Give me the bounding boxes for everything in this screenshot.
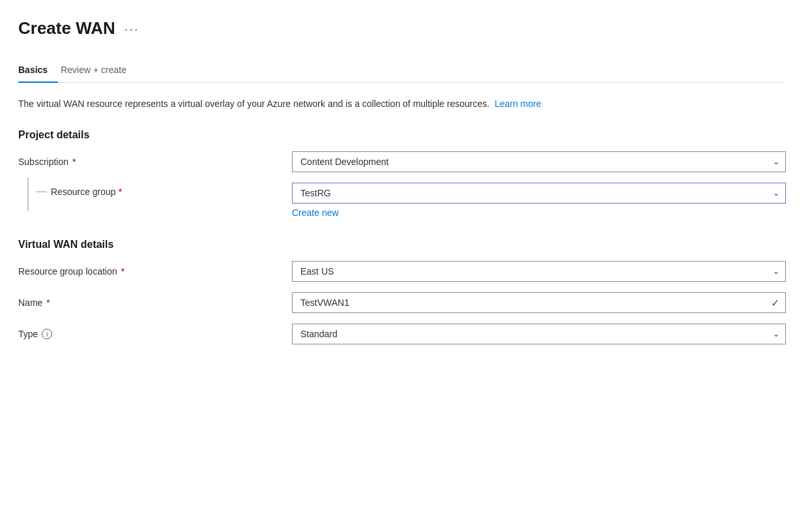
subscription-label: Subscription [18, 157, 68, 167]
page-header: Create WAN ··· [18, 18, 786, 38]
resource-group-label: Resource group [51, 187, 116, 197]
subscription-row: Subscription * Content Development ⌄ [18, 151, 786, 172]
subscription-select-wrapper: Content Development ⌄ [292, 151, 786, 172]
resource-group-required-star: * [119, 187, 122, 197]
subscription-control: Content Development ⌄ [292, 151, 786, 172]
page-title: Create WAN [18, 18, 115, 38]
location-control: East US ⌄ [292, 261, 786, 282]
subscription-select[interactable]: Content Development [292, 151, 786, 172]
description-text: The virtual WAN resource represents a vi… [18, 97, 735, 111]
tab-review-create[interactable]: Review + create [58, 59, 137, 83]
virtual-wan-details-title: Virtual WAN details [18, 239, 786, 250]
name-control: ✓ [292, 292, 786, 313]
type-row: Type i Standard Basic ⌄ [18, 324, 786, 344]
location-select-wrapper: East US ⌄ [292, 261, 786, 282]
project-details-section: Project details Subscription * Content D… [18, 129, 786, 218]
location-label: Resource group location [18, 266, 117, 277]
tab-basics[interactable]: Basics [18, 59, 58, 83]
name-required-star: * [46, 297, 50, 308]
tabs-container: Basics Review + create [18, 59, 786, 83]
virtual-wan-details-section: Virtual WAN details Resource group locat… [18, 239, 786, 344]
type-select-wrapper: Standard Basic ⌄ [292, 324, 786, 344]
project-details-title: Project details [18, 129, 786, 141]
resource-group-select-wrapper: TestRG ⌄ [292, 183, 786, 204]
name-label: Name [18, 297, 42, 308]
type-select[interactable]: Standard Basic [292, 324, 786, 344]
create-new-link[interactable]: Create new [292, 207, 786, 218]
more-options-button[interactable]: ··· [124, 22, 139, 35]
location-select[interactable]: East US [292, 261, 786, 282]
location-row: Resource group location * East US ⌄ [18, 261, 786, 282]
type-label: Type [18, 329, 38, 339]
name-input[interactable] [292, 292, 786, 313]
name-row: Name * ✓ [18, 292, 786, 313]
resource-group-select[interactable]: TestRG [292, 183, 786, 204]
resource-group-tree-row: Resource group * TestRG ⌄ Create new [18, 183, 786, 218]
subscription-required-star: * [72, 157, 76, 167]
name-valid-check-icon: ✓ [771, 297, 779, 309]
name-input-wrapper: ✓ [292, 292, 786, 313]
type-control: Standard Basic ⌄ [292, 324, 786, 344]
learn-more-link[interactable]: Learn more [495, 98, 542, 109]
resource-group-control: TestRG ⌄ Create new [292, 183, 786, 218]
location-required-star: * [121, 266, 124, 277]
type-info-icon[interactable]: i [42, 329, 52, 339]
